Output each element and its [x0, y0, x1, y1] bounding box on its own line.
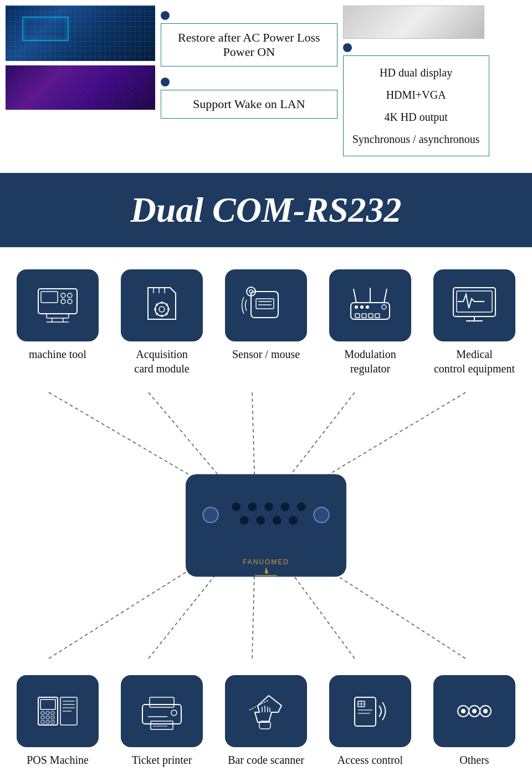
svg-line-28 — [354, 289, 356, 303]
pos-machine-icon — [30, 689, 85, 733]
watermark-area: FANUOMED — [243, 558, 289, 577]
svg-rect-81 — [46, 721, 49, 723]
icon-item-access-control: Access control — [326, 675, 415, 767]
access-control-icon — [342, 689, 398, 733]
svg-point-2 — [61, 293, 65, 298]
svg-marker-65 — [265, 567, 268, 574]
svg-point-54 — [203, 507, 218, 522]
dot-marker-left — [161, 78, 170, 86]
svg-point-64 — [289, 516, 298, 525]
machine-tool-label: machine tool — [29, 347, 86, 361]
acquisition-card-label: Acquisition card module — [134, 347, 189, 376]
svg-rect-79 — [51, 716, 54, 719]
access-control-box — [329, 675, 411, 747]
dot-marker-middle — [161, 11, 170, 20]
right-features-section: HD dual display HDMI+VGA 4K HD output Sy… — [343, 6, 489, 156]
restore-label: Restore after AC Power Loss — [178, 30, 320, 44]
icon-item-pos-machine: POS Machine — [13, 675, 102, 767]
svg-rect-34 — [369, 314, 373, 318]
barcode-scanner-label: Bar code scanner — [228, 753, 304, 767]
acquisition-card-icon — [134, 283, 190, 328]
hd-dual-label: HD dual display — [380, 67, 452, 79]
svg-point-5 — [68, 299, 72, 304]
top-right-image — [343, 6, 484, 39]
watermark-icon — [249, 566, 283, 577]
svg-point-106 — [473, 709, 476, 713]
banner-title: Dual COM-RS232 — [131, 190, 402, 229]
icon-item-sensor-mouse: Sensor / mouse — [222, 269, 310, 361]
svg-point-105 — [462, 709, 465, 713]
power-on-label: Power ON — [223, 45, 275, 59]
pos-machine-label: POS Machine — [27, 753, 89, 767]
svg-rect-84 — [150, 697, 174, 707]
feature-box-left: Support Wake on LAN — [161, 90, 337, 119]
svg-rect-74 — [41, 712, 44, 714]
svg-rect-75 — [46, 712, 49, 714]
machine-tool-icon — [30, 283, 85, 328]
svg-point-63 — [273, 516, 282, 525]
com-port-svg — [194, 474, 338, 556]
svg-point-62 — [256, 516, 265, 525]
machine-tool-box — [17, 269, 99, 341]
dot-marker-right — [343, 43, 352, 52]
icons-top-row: machine tool — [0, 258, 532, 381]
svg-point-57 — [248, 502, 257, 511]
middle-features: Restore after AC Power Loss Power ON Sup… — [161, 11, 337, 119]
top-section: Restore after AC Power Loss Power ON Sup… — [0, 0, 532, 156]
barcode-scanner-box — [225, 675, 307, 747]
svg-point-60 — [297, 502, 306, 511]
svg-point-24 — [249, 290, 253, 293]
sensor-mouse-box — [225, 269, 307, 341]
icon-item-acquisition-card: Acquisition card module — [117, 269, 206, 376]
others-label: Others — [459, 753, 489, 767]
medical-equipment-box — [433, 269, 515, 341]
icons-bottom-row: POS Machine Ticket printer — [0, 670, 532, 771]
svg-rect-82 — [51, 721, 54, 723]
ticket-printer-box — [121, 675, 203, 747]
com-port-center: FANUOMED — [186, 474, 346, 577]
others-box — [433, 675, 515, 747]
icon-item-medical-equipment: Medical control equipment — [430, 269, 519, 376]
4k-label: 4K HD output — [384, 111, 447, 123]
svg-rect-35 — [375, 314, 380, 318]
svg-point-59 — [280, 502, 289, 511]
svg-rect-78 — [46, 716, 49, 719]
svg-point-38 — [361, 306, 363, 308]
svg-point-56 — [232, 502, 241, 511]
svg-rect-25 — [256, 299, 274, 309]
rfid-icon — [238, 283, 294, 328]
svg-point-58 — [264, 502, 273, 511]
tech-image-2 — [6, 65, 155, 110]
svg-rect-80 — [41, 721, 44, 723]
svg-rect-32 — [355, 314, 360, 318]
svg-point-14 — [159, 307, 165, 312]
svg-point-55 — [314, 507, 329, 522]
feature-box-middle: Restore after AC Power Loss Power ON — [161, 23, 337, 67]
svg-line-29 — [384, 289, 387, 303]
svg-point-37 — [355, 306, 357, 308]
medical-monitor-icon — [447, 283, 502, 328]
icon-item-modulation-regulator: Modulation regulator — [326, 269, 415, 376]
svg-point-107 — [484, 709, 487, 713]
icon-item-others: Others — [430, 675, 519, 767]
icon-item-barcode-scanner: Bar code scanner — [222, 675, 310, 767]
svg-point-39 — [366, 306, 369, 308]
svg-rect-33 — [362, 314, 366, 318]
top-images — [6, 6, 155, 110]
wake-on-lan-label: Support Wake on LAN — [193, 97, 305, 111]
modulation-regulator-label: Modulation regulator — [326, 347, 415, 376]
hdmi-vga-label: HDMI+VGA — [386, 89, 446, 101]
svg-rect-76 — [51, 712, 54, 714]
center-diagram: FANUOMED — [0, 381, 532, 670]
modulation-regulator-box — [329, 269, 411, 341]
svg-point-88 — [171, 710, 177, 716]
icon-item-machine-tool: machine tool — [13, 269, 102, 361]
icon-item-ticket-printer: Ticket printer — [117, 675, 206, 767]
svg-point-4 — [61, 299, 65, 304]
acquisition-card-box — [121, 269, 203, 341]
svg-rect-6 — [47, 314, 69, 318]
printer-icon — [134, 689, 190, 733]
watermark-text: FANUOMED — [243, 558, 289, 566]
right-features-box: HD dual display HDMI+VGA 4K HD output Sy… — [343, 55, 489, 156]
svg-rect-73 — [40, 699, 55, 709]
